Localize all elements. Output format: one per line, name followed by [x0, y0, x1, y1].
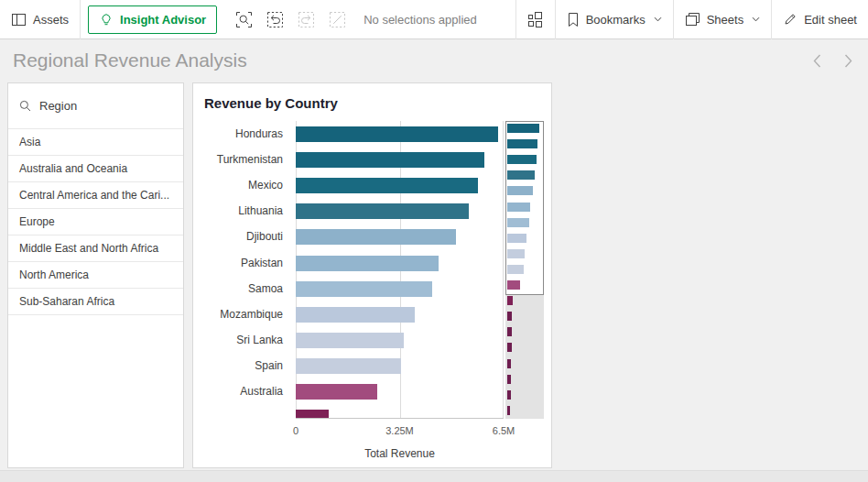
- no-selections-text: No selections applied: [363, 13, 477, 27]
- gridline: [503, 121, 504, 418]
- filter-item[interactable]: Australia and Oceania: [8, 156, 183, 182]
- sheet-grid-button[interactable]: [516, 0, 555, 39]
- minimap-bar: [507, 312, 512, 321]
- smart-search-icon: [235, 11, 253, 28]
- filter-item[interactable]: Asia: [8, 129, 183, 156]
- x-tick-label: 3.25M: [385, 425, 414, 436]
- bar-honduras[interactable]: [296, 126, 498, 142]
- minimap-bars: [505, 121, 544, 419]
- minimap-bar: [507, 203, 530, 212]
- chart-revenue-by-country: Revenue by Country HondurasTurkmenistanM…: [192, 82, 552, 468]
- smart-search-button[interactable]: [228, 0, 259, 39]
- minimap-bar: [507, 234, 526, 243]
- y-axis-label[interactable]: Turkmenistan: [217, 152, 283, 168]
- chart-title: Revenue by Country: [204, 95, 338, 111]
- step-forward-icon: [298, 11, 315, 28]
- grid-icon: [526, 11, 544, 28]
- minimap-bar: [507, 139, 537, 148]
- bar-partial-row[interactable]: [296, 410, 329, 419]
- chevron-down-icon: [752, 16, 760, 22]
- bar-sri-lanka[interactable]: [296, 333, 404, 348]
- x-axis-title: Total Revenue: [296, 447, 504, 460]
- y-axis-label[interactable]: Spain: [255, 358, 283, 374]
- sheets-icon: [685, 12, 700, 27]
- bookmarks-label: Bookmarks: [586, 13, 646, 27]
- minimap-bar: [507, 186, 533, 195]
- minimap-bar: [507, 359, 511, 368]
- assets-button[interactable]: Assets: [0, 0, 80, 38]
- x-axis-ticks: 03.25M6.5M: [296, 425, 504, 438]
- panel-icon: [11, 13, 27, 27]
- minimap-bar: [507, 249, 525, 258]
- minimap-bar: [507, 390, 511, 400]
- insight-advisor-button[interactable]: Insight Advisor: [88, 5, 217, 34]
- y-axis-label[interactable]: Lithuania: [238, 203, 283, 219]
- x-tick-label: 6.5M: [493, 425, 515, 436]
- sheet-bottom-strip: [0, 470, 868, 482]
- minimap-bar: [507, 375, 511, 384]
- y-axis-label[interactable]: Djibouti: [246, 229, 283, 245]
- step-back-button[interactable]: [259, 0, 290, 39]
- pencil-icon: [783, 12, 797, 27]
- filter-item[interactable]: North America: [8, 262, 183, 289]
- sheet-title: Regional Revenue Analysis: [13, 49, 247, 71]
- next-sheet-button[interactable]: [837, 47, 859, 74]
- minimap-bar: [507, 296, 513, 305]
- step-back-icon: [266, 11, 284, 28]
- y-axis-label[interactable]: Australia: [240, 384, 283, 400]
- insight-advisor-label: Insight Advisor: [120, 13, 206, 27]
- filter-item[interactable]: Europe: [8, 209, 183, 236]
- minimap-bar: [507, 406, 510, 415]
- y-axis-label[interactable]: Honduras: [235, 126, 283, 142]
- filter-pane-header[interactable]: Region: [8, 83, 183, 128]
- minimap-bar: [507, 327, 512, 336]
- toolbar: Assets Insight Advisor No selections app…: [0, 0, 868, 39]
- sheet-header: Regional Revenue Analysis: [0, 39, 868, 82]
- bar-djibouti[interactable]: [296, 229, 456, 245]
- bar-australia[interactable]: [296, 384, 377, 400]
- y-axis-label[interactable]: Pakistan: [241, 256, 283, 271]
- edit-sheet-button[interactable]: Edit sheet: [772, 0, 868, 38]
- clear-selections-button[interactable]: [321, 0, 353, 39]
- filter-pane-title: Region: [39, 99, 77, 113]
- minimap-bar: [507, 343, 512, 352]
- bar-lithuania[interactable]: [296, 203, 469, 219]
- sheets-button[interactable]: Sheets: [674, 0, 771, 38]
- filter-item[interactable]: Middle East and North Africa: [8, 236, 183, 262]
- edit-sheet-label: Edit sheet: [804, 13, 857, 27]
- selection-tools: [228, 0, 353, 39]
- chart-scroll-minimap[interactable]: [505, 121, 544, 419]
- minimap-bar: [507, 124, 539, 133]
- minimap-bar: [507, 155, 537, 164]
- plot-area: [296, 121, 504, 419]
- filter-pane-region: Region AsiaAustralia and OceaniaCentral …: [7, 82, 184, 468]
- y-axis-label[interactable]: Sri Lanka: [236, 333, 283, 348]
- y-axis-label[interactable]: Mexico: [248, 178, 283, 193]
- sheets-label: Sheets: [707, 13, 743, 27]
- bar-spain[interactable]: [296, 358, 401, 374]
- lightbulb-icon: [99, 12, 114, 27]
- sheet-navigation: [806, 47, 859, 74]
- bar-pakistan[interactable]: [296, 256, 439, 271]
- bar-samoa[interactable]: [296, 281, 432, 297]
- previous-sheet-button[interactable]: [806, 47, 828, 74]
- chevron-down-icon: [654, 16, 662, 22]
- bar-mozambique[interactable]: [296, 307, 415, 323]
- step-forward-button[interactable]: [290, 0, 321, 39]
- y-axis-label[interactable]: Samoa: [248, 281, 283, 297]
- y-axis-labels: HondurasTurkmenistanMexicoLithuaniaDjibo…: [193, 121, 289, 419]
- clear-selections-icon: [329, 11, 346, 28]
- minimap-bar: [507, 218, 529, 227]
- assets-label: Assets: [33, 13, 69, 27]
- search-icon: [19, 100, 31, 112]
- y-axis-label[interactable]: Mozambique: [220, 307, 283, 323]
- bookmarks-button[interactable]: Bookmarks: [556, 0, 673, 38]
- minimap-bar: [507, 170, 535, 180]
- filter-item[interactable]: Central America and the Cari...: [8, 182, 183, 209]
- bar-mexico[interactable]: [296, 178, 478, 193]
- chevron-left-icon: [813, 54, 821, 68]
- filter-item[interactable]: Sub-Saharan Africa: [8, 289, 183, 315]
- minimap-bar: [507, 265, 524, 274]
- bar-turkmenistan[interactable]: [296, 152, 484, 168]
- region-list: AsiaAustralia and OceaniaCentral America…: [8, 128, 183, 315]
